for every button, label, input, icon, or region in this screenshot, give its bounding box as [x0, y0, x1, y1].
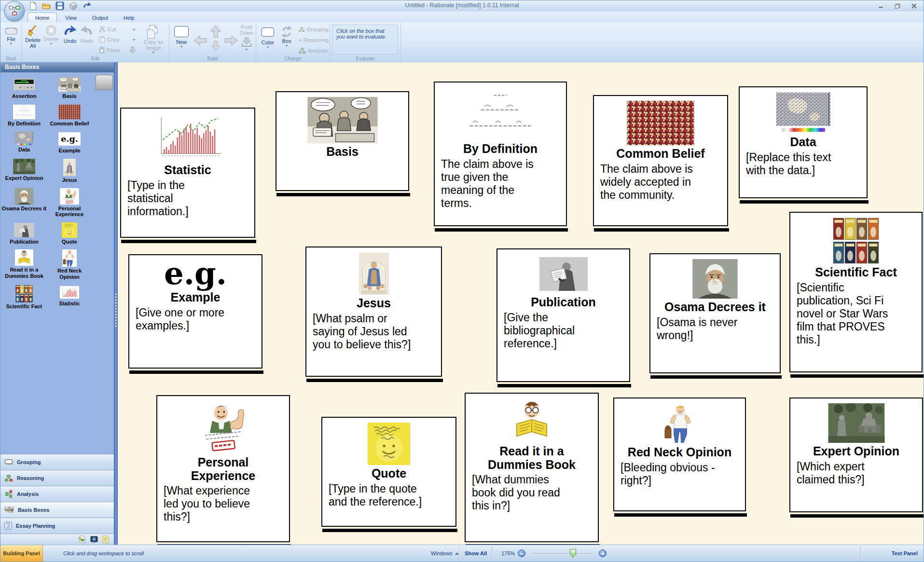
move-down-arrow-icon[interactable] — [211, 40, 221, 52]
sidebar-item-example[interactable]: Example — [47, 131, 92, 154]
zoom-out-button[interactable] — [518, 545, 525, 562]
building-panel-button[interactable]: Building Panel — [0, 545, 43, 562]
open-folder-icon[interactable] — [42, 1, 51, 10]
sidebar-item-red-neck-opinion[interactable]: Red Neck Opinion — [47, 249, 92, 280]
box-body-text[interactable]: [Bleeding obvious - right?] — [614, 459, 745, 489]
tab-output[interactable]: Output — [85, 13, 115, 22]
show-all-button[interactable]: Show All — [465, 545, 487, 562]
canvas-box-quote[interactable]: Quote [Type in the quote and the referen… — [321, 417, 456, 527]
sidebar-item-by-definition[interactable]: By Definition — [1, 104, 47, 127]
box-body-text[interactable]: [What psalm or saying of Jesus led you t… — [306, 310, 441, 353]
undo-button[interactable]: Undo — [61, 25, 79, 44]
new-dropdown-arrow — [180, 46, 183, 48]
save-icon[interactable] — [55, 1, 64, 10]
paste-button[interactable]: Paste — [99, 46, 136, 54]
zoom-slider-track[interactable] — [532, 553, 593, 554]
move-left-arrow-icon[interactable] — [193, 35, 207, 46]
delete-button[interactable]: Delete — [43, 25, 59, 45]
text-panel-button[interactable]: Text Panel — [892, 545, 918, 562]
panel-button-reasoning[interactable]: Reasoning — [0, 470, 114, 486]
new-document-icon[interactable] — [28, 1, 37, 10]
panel-button-essay-planning[interactable]: Essay Planning — [0, 518, 114, 534]
box-body-text[interactable]: [Scientific publication, Sci Fi novel or… — [790, 279, 922, 349]
panel-splitter[interactable] — [114, 62, 118, 545]
sidebar-item-jesus[interactable]: Jesus — [47, 159, 92, 183]
canvas-box-red-neck-opinion[interactable]: Red Neck Opinion [Bleeding obvious - rig… — [613, 398, 746, 511]
sidebar-item-basis[interactable]: Basis — [47, 77, 92, 99]
box-body-text[interactable]: [Replace this text with the data.] — [740, 149, 867, 179]
sidebar-item-scientific-fact[interactable]: Scientific Fact — [1, 285, 47, 310]
undo-small-icon[interactable] — [83, 1, 91, 10]
box-body-text[interactable]: [Osama is never wrong!] — [650, 314, 780, 344]
move-right-arrow-icon[interactable] — [224, 35, 238, 46]
sidebar-scrollbar-thumb[interactable] — [96, 75, 113, 90]
copy-as-image-icon[interactable] — [69, 1, 78, 10]
canvas-box-osama-decrees-it[interactable]: Osama Decrees it [Osama is never wrong!] — [649, 253, 781, 373]
sidebar-item-common-belief[interactable]: Common Belief — [47, 104, 92, 127]
windows-dropdown[interactable]: Windows — [431, 545, 459, 562]
tab-home[interactable]: Home — [28, 13, 57, 22]
canvas-box-by-definition[interactable]: By Definition The claim above is true gi… — [434, 82, 567, 226]
grouping-ribbon-button[interactable]: Grouping — [299, 27, 329, 32]
zoom-in-button[interactable] — [599, 545, 607, 562]
panel-button-basis-boxes[interactable]: Basis Boxes — [0, 502, 114, 518]
tab-help[interactable]: Help — [116, 13, 142, 22]
canvas-box-jesus[interactable]: Jesus [What psalm or saying of Jesus led… — [305, 247, 442, 377]
color-button[interactable]: Color — [259, 26, 276, 48]
box-body-text[interactable]: The claim above is widely accepted in th… — [594, 161, 727, 204]
cut-button[interactable]: Cut — [99, 26, 136, 32]
sidebar-item-assertion[interactable]: Assertion — [1, 77, 47, 99]
sidebar-item-osama-decrees-it[interactable]: Osama Decrees it — [1, 188, 47, 218]
title-bar[interactable]: Untitled - Rationale [modified] 1.0.11 I… — [0, 0, 924, 11]
zoom-slider-thumb[interactable] — [570, 549, 576, 558]
sidebar-item-statistic[interactable]: Statistic — [47, 285, 92, 310]
box-body-text[interactable]: [Type in the statistical information.] — [121, 177, 254, 220]
analysis-ribbon-button[interactable]: Analysis — [299, 48, 329, 54]
panel-button-grouping[interactable]: Grouping — [0, 454, 114, 470]
move-up-arrow-icon[interactable] — [210, 25, 221, 38]
sidebar-item-personal-experience[interactable]: Personal Experience — [47, 188, 92, 218]
sidebar-item-publication[interactable]: Publication — [1, 222, 47, 245]
box-body-text[interactable]: The claim above is true given the meanin… — [435, 156, 566, 212]
canvas-box-basis[interactable]: Basis — [276, 91, 409, 191]
canvas-box-scientific-fact[interactable]: Scientific Fact [Scientific publication,… — [789, 212, 923, 372]
sidebar-item-data[interactable]: Data — [1, 131, 47, 154]
sidebar-item-expert-opinion[interactable]: Expert Opinion — [1, 159, 47, 183]
push-down-button[interactable]: Push Down — [238, 24, 255, 51]
box-body-text[interactable]: [Which expert claimed this?] — [790, 458, 922, 488]
canvas-box-expert-opinion[interactable]: Expert Opinion [Which expert claimed thi… — [789, 398, 923, 512]
box-body-text[interactable]: [What experience led you to believe this… — [157, 482, 289, 525]
picture-export-icon[interactable] — [78, 535, 86, 543]
sidebar-scrollbar[interactable] — [95, 74, 114, 434]
new-box-button[interactable]: New — [172, 25, 191, 48]
box-body-text[interactable]: [What dummies book did you read this in?… — [466, 471, 598, 514]
canvas-box-common-belief[interactable]: Common Belief The claim above is widely … — [593, 95, 728, 226]
tab-view[interactable]: View — [58, 13, 84, 22]
box-body-text[interactable]: [Give the bibliographical reference.] — [497, 309, 629, 352]
copy-as-image-button[interactable]: Copy as Image — [138, 25, 168, 54]
minimize-button[interactable] — [876, 2, 886, 9]
sidebar-item-quote[interactable]: Quote — [47, 222, 92, 245]
reasoning-ribbon-button[interactable]: Reasoning — [299, 37, 329, 43]
workspace-canvas[interactable]: Statistic [Type in the statistical infor… — [118, 62, 924, 545]
close-button[interactable] — [909, 2, 919, 9]
box-style-button[interactable]: Box — [278, 26, 295, 47]
canvas-box-example[interactable]: e.g. Example [Give one or more examples.… — [128, 254, 262, 369]
box-body-text[interactable]: [Give one or more examples.] — [129, 304, 262, 334]
delete-all-button[interactable]: Delete All — [24, 25, 42, 49]
box-body-text[interactable]: [Type in the quote and the reference.] — [322, 480, 455, 510]
sidebar-item-read-it-in-a-dummies-book[interactable]: Read it in a Dummies Book — [1, 249, 47, 280]
file-button[interactable]: File — [2, 26, 20, 45]
web-preview-icon[interactable] — [90, 535, 98, 543]
canvas-box-read-it-in-a-dummies-book[interactable]: Read it in a Dummies Book [What dummies … — [465, 393, 599, 542]
canvas-box-publication[interactable]: Publication [Give the bibliographical re… — [496, 248, 630, 382]
notes-page-icon[interactable] — [102, 535, 109, 543]
panel-button-analysis[interactable]: Analysis — [0, 486, 114, 502]
application-menu-orb[interactable] — [4, 1, 25, 21]
canvas-box-data[interactable]: Data [Replace this text with the data.] — [739, 86, 868, 198]
canvas-box-statistic[interactable]: Statistic [Type in the statistical infor… — [120, 108, 255, 238]
redo-button[interactable]: Redo — [79, 25, 95, 44]
canvas-box-personal-experience[interactable]: Personal Experience [What experience led… — [156, 395, 290, 542]
restore-button[interactable] — [893, 2, 902, 9]
copy-button[interactable]: Copy — [99, 36, 136, 43]
